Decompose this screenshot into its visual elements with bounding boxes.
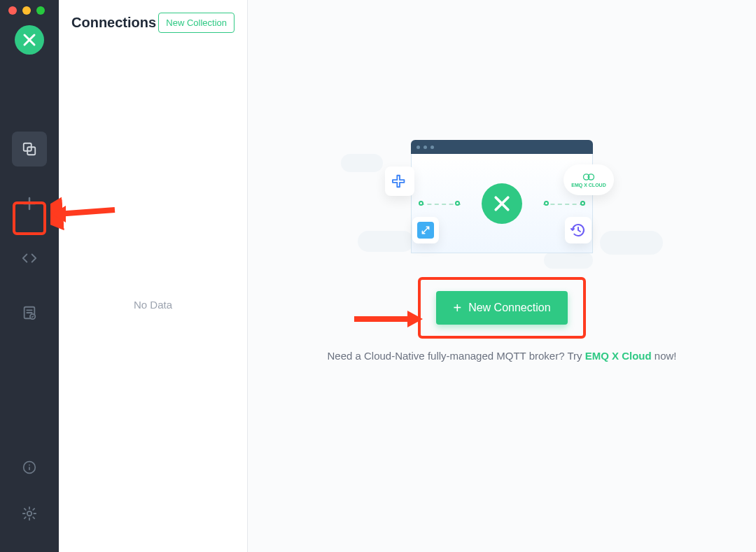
new-connection-button[interactable]: + New Connection (436, 291, 567, 325)
card-expand-icon (412, 217, 439, 243)
connections-panel: Connections New Collection No Data (59, 0, 248, 552)
cloud-card-label: EMQ X CLOUD (571, 183, 606, 187)
annotation-box-main-button: + New Connection (418, 277, 585, 339)
nav-settings[interactable] (12, 503, 47, 524)
empty-state-illustration: EMQ X CLOUD (362, 126, 642, 266)
nav-connections[interactable] (12, 132, 47, 167)
nav-scripts[interactable] (12, 241, 47, 276)
new-collection-button[interactable]: New Collection (158, 13, 234, 33)
nav-new-connection[interactable] (12, 186, 47, 221)
cloud-prompt-prefix: Need a Cloud-Native fully-managed MQTT b… (327, 350, 584, 362)
plus-icon: + (453, 301, 461, 315)
app-logo (15, 25, 44, 55)
logo-x-icon (21, 31, 38, 48)
svg-point-5 (27, 511, 31, 516)
emqx-logo-icon (482, 183, 522, 224)
sidebar (0, 0, 59, 552)
new-connection-label: New Connection (468, 302, 550, 314)
info-icon (22, 460, 36, 474)
nav-log[interactable] (12, 295, 47, 330)
code-icon (22, 250, 37, 266)
cloud-prompt-suffix: now! (652, 350, 677, 362)
nav-about[interactable] (12, 457, 47, 478)
cloud-card-icon: EMQ X CLOUD (564, 164, 614, 195)
gear-icon (22, 506, 37, 521)
connections-icon (22, 141, 37, 157)
plus-icon (21, 195, 38, 212)
panel-title: Connections (71, 15, 156, 31)
close-window-icon[interactable] (8, 6, 17, 15)
log-icon (22, 305, 37, 320)
emqx-cloud-link[interactable]: EMQ X Cloud (585, 350, 652, 362)
fullscreen-window-icon[interactable] (36, 6, 45, 15)
main-content: EMQ X CLOUD + New Connection Need a Clou… (248, 0, 756, 552)
no-data-text: No Data (71, 299, 234, 311)
card-plus-icon (385, 167, 414, 196)
cloud-prompt: Need a Cloud-Native fully-managed MQTT b… (327, 350, 676, 362)
window-controls[interactable] (8, 6, 45, 15)
minimize-window-icon[interactable] (22, 6, 31, 15)
card-history-icon (565, 217, 592, 243)
